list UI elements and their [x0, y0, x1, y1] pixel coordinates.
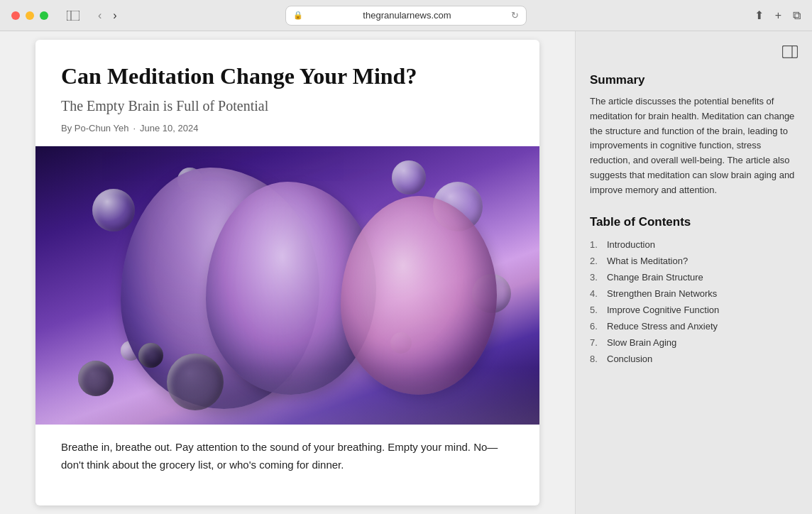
toc-number: 5. [590, 305, 603, 315]
toc-item[interactable]: 1. Introduction [590, 236, 798, 253]
article-date: June 10, 2024 [140, 123, 198, 133]
url-text: thegranularnews.com [307, 10, 507, 21]
toc-number: 1. [590, 239, 603, 250]
article-subtitle: The Empty Brain is Full of Potential [61, 98, 514, 114]
toc-number: 2. [590, 256, 603, 266]
article-content: Can Meditation Change Your Mind? The Emp… [35, 40, 539, 133]
toc-number: 8. [590, 354, 603, 364]
traffic-lights [11, 11, 48, 20]
toc-number: 6. [590, 321, 603, 332]
sidebar-toggle-button[interactable] [62, 8, 84, 23]
toc-link[interactable]: Strengthen Brain Networks [607, 288, 717, 299]
close-button[interactable] [11, 11, 20, 20]
hero-visual [35, 146, 539, 425]
article-dot: · [133, 123, 136, 133]
toc-link[interactable]: Reduce Stress and Anxiety [607, 321, 718, 332]
toc-item[interactable]: 6. Reduce Stress and Anxiety [590, 318, 798, 334]
toc-item[interactable]: 8. Conclusion [590, 351, 798, 367]
maximize-button[interactable] [40, 11, 48, 20]
refresh-button[interactable]: ↻ [511, 10, 519, 21]
share-button[interactable]: ⬆ [755, 9, 764, 22]
svg-rect-2 [783, 46, 798, 58]
toc-link[interactable]: Slow Brain Aging [607, 337, 676, 348]
back-button[interactable]: ‹ [94, 8, 106, 23]
toc-link[interactable]: Introduction [607, 239, 655, 250]
toc-heading: Table of Contents [590, 215, 798, 229]
toc-link[interactable]: Improve Cognitive Function [607, 305, 719, 315]
article-title: Can Meditation Change Your Mind? [61, 62, 514, 89]
article-body-text: Breathe in, breathe out. Pay attention t… [61, 439, 514, 474]
titlebar: ‹ › 🔒 thegranularnews.com ↻ ⬆ + ⧉ [0, 0, 812, 31]
article-card: Can Meditation Change Your Mind? The Emp… [35, 40, 539, 505]
sidebar-panel-icon[interactable] [782, 45, 798, 62]
article-panel: Can Meditation Change Your Mind? The Emp… [0, 31, 575, 514]
minimize-button[interactable] [26, 11, 34, 20]
toc-item[interactable]: 2. What is Meditation? [590, 253, 798, 269]
article-author: By Po-Chun Yeh [61, 123, 128, 133]
tabs-button[interactable]: ⧉ [793, 9, 801, 22]
toc-item[interactable]: 5. Improve Cognitive Function [590, 302, 798, 318]
toc-link[interactable]: Conclusion [607, 354, 652, 364]
toc-number: 4. [590, 288, 603, 299]
new-tab-button[interactable]: + [775, 9, 781, 22]
article-body: Breathe in, breathe out. Pay attention t… [35, 425, 539, 488]
toc-section: Table of Contents 1. Introduction 2. Wha… [590, 215, 798, 367]
sidebar-header-row [590, 45, 798, 62]
titlebar-controls-left: ‹ › [11, 8, 121, 23]
toc-item[interactable]: 4. Strengthen Brain Networks [590, 285, 798, 302]
toc-number: 7. [590, 337, 603, 348]
main-area: Can Meditation Change Your Mind? The Emp… [0, 31, 812, 514]
right-sidebar: Summary The article discusses the potent… [575, 31, 812, 514]
summary-text: The article discusses the potential bene… [590, 94, 798, 198]
article-meta: By Po-Chun Yeh · June 10, 2024 [61, 123, 514, 133]
forward-button[interactable]: › [109, 8, 121, 23]
svg-rect-0 [67, 11, 79, 21]
address-bar[interactable]: 🔒 thegranularnews.com ↻ [285, 6, 527, 26]
toc-item[interactable]: 3. Change Brain Structure [590, 269, 798, 285]
summary-heading: Summary [590, 73, 798, 87]
toc-link[interactable]: What is Meditation? [607, 256, 688, 266]
lock-icon: 🔒 [293, 11, 303, 20]
titlebar-right: ⬆ + ⧉ [755, 9, 801, 22]
nav-buttons: ‹ › [94, 8, 121, 23]
toc-link[interactable]: Change Brain Structure [607, 272, 703, 283]
toc-list: 1. Introduction 2. What is Meditation? 3… [590, 236, 798, 367]
toc-item[interactable]: 7. Slow Brain Aging [590, 334, 798, 351]
toc-number: 3. [590, 272, 603, 283]
summary-section: Summary The article discusses the potent… [590, 73, 798, 198]
article-hero-image [35, 146, 539, 425]
